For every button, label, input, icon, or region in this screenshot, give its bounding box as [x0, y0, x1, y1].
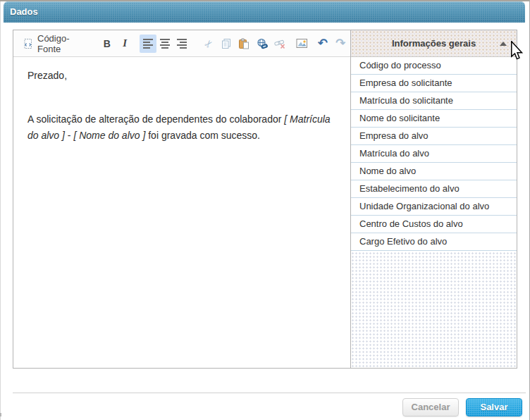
greeting-text: Prezado, — [27, 68, 336, 84]
editor-toolbar: Código-Fonte B I — [13, 30, 350, 57]
paste-icon — [238, 38, 249, 49]
footer-divider — [13, 393, 526, 393]
message-segment: A solicitação de alteração de dependente… — [27, 113, 284, 125]
panel-header[interactable]: Informações gerais — [351, 30, 517, 57]
copy-icon — [221, 38, 232, 49]
info-list-item[interactable]: Centro de Custos do alvo — [351, 216, 517, 233]
unlink-icon — [274, 38, 285, 49]
cut-button[interactable]: ✂ — [200, 35, 216, 53]
collapse-triangle-icon[interactable] — [500, 42, 507, 46]
source-code-button[interactable]: Código-Fonte — [22, 35, 91, 53]
dialog-titlebar[interactable]: Dados — [4, 1, 525, 23]
align-left-button[interactable] — [140, 35, 156, 53]
dialog-dados: Dados Código-Fonte B I — [0, 0, 530, 420]
undo-icon: ↶ — [318, 37, 328, 49]
align-right-icon — [176, 38, 187, 49]
info-list-item[interactable]: Código do processo — [351, 57, 517, 75]
info-list-item[interactable]: Estabelecimento do alvo — [351, 180, 517, 198]
info-list-item[interactable]: Matrícula do solicitante — [351, 92, 517, 110]
link-icon — [256, 38, 269, 49]
paste-button[interactable] — [236, 35, 252, 53]
copy-button[interactable] — [218, 35, 234, 53]
align-right-button[interactable] — [173, 35, 190, 53]
mouse-cursor — [510, 41, 524, 63]
rich-text-editor: Código-Fonte B I — [13, 30, 517, 369]
source-code-label: Código-Fonte — [37, 33, 91, 54]
info-list-item[interactable]: Cargo Efetivo do alvo — [351, 233, 517, 251]
link-button[interactable] — [254, 35, 270, 53]
window-corner-artifact — [0, 413, 1, 416]
general-info-panel: Informações gerais Código do processoEmp… — [350, 30, 517, 368]
info-list-item[interactable]: Empresa do solicitante — [351, 75, 517, 92]
image-icon — [296, 38, 308, 49]
editor-content-area[interactable]: Prezado, A solicitação de alteração de d… — [13, 58, 350, 368]
message-segment: foi gravada com sucesso. — [145, 130, 260, 141]
info-list-item[interactable]: Empresa do alvo — [351, 128, 517, 145]
info-list-item[interactable]: Matrícula do alvo — [351, 145, 517, 163]
message-segment: - — [65, 130, 73, 141]
info-list-item[interactable]: Unidade Organizacional do alvo — [351, 198, 517, 216]
align-center-icon — [159, 38, 171, 49]
editor-message: A solicitação de alteração de dependente… — [27, 111, 336, 144]
cut-icon: ✂ — [202, 37, 215, 50]
save-button[interactable]: Salvar — [466, 398, 522, 416]
bold-button[interactable]: B — [99, 35, 114, 53]
window-left-edge — [0, 1, 1, 420]
image-button[interactable] — [294, 35, 310, 53]
undo-button[interactable]: ↶ — [314, 35, 331, 53]
dialog-title: Dados — [4, 1, 525, 23]
panel-empty-area — [351, 252, 517, 368]
unlink-button[interactable] — [272, 35, 288, 53]
info-list-item[interactable]: Nome do solicitante — [351, 110, 517, 128]
redo-icon: ↷ — [335, 37, 345, 49]
cancel-button[interactable]: Cancelar — [402, 398, 459, 416]
source-code-icon — [22, 38, 34, 49]
info-list-item[interactable]: Nome do alvo — [351, 163, 517, 180]
message-segment: [ Nome do alvo ] — [73, 130, 145, 141]
align-left-icon — [142, 38, 154, 49]
info-list: Código do processoEmpresa do solicitante… — [351, 57, 517, 251]
align-center-button[interactable] — [156, 35, 173, 53]
italic-button[interactable]: I — [118, 35, 132, 53]
panel-header-label: Informações gerais — [392, 38, 476, 49]
alignment-group — [140, 35, 190, 53]
redo-button[interactable]: ↷ — [333, 35, 349, 53]
